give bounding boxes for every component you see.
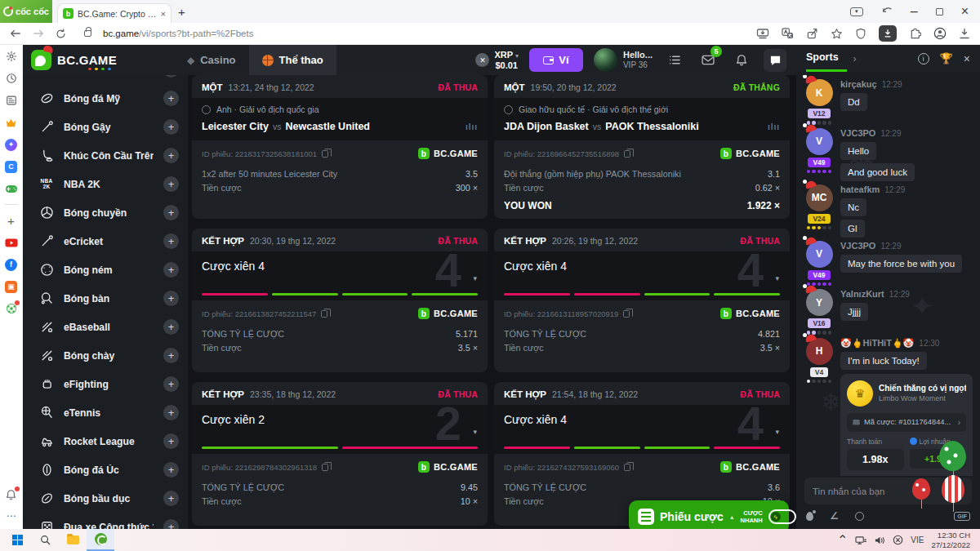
- expand-plus-button[interactable]: +: [163, 75, 179, 78]
- copy-icon[interactable]: [624, 464, 630, 471]
- user-avatar[interactable]: [594, 48, 617, 72]
- currency-selector[interactable]: ✕ XRP ▾ $0.01: [475, 50, 519, 70]
- tab-close-icon[interactable]: ×: [161, 9, 166, 19]
- sidebar-item-ebaseball[interactable]: eBaseball+: [23, 313, 188, 341]
- expand-plus-button[interactable]: +: [163, 233, 179, 249]
- sidebar-item-etennis[interactable]: eTennis+: [23, 398, 188, 427]
- expand-plus-button[interactable]: +: [163, 376, 179, 392]
- downloads-icon[interactable]: [959, 28, 970, 39]
- expand-plus-button[interactable]: +: [163, 348, 179, 363]
- forward-icon[interactable]: [33, 29, 44, 38]
- sidebar-item-bong-a-uc[interactable]: Bóng đá Úc+: [23, 455, 188, 484]
- betslip-button[interactable]: Phiếu cược ▲ CƯỢC NHANH ϟ: [629, 500, 789, 529]
- expand-plus-button[interactable]: +: [163, 262, 179, 278]
- youtube-icon[interactable]: [5, 236, 18, 249]
- sidebar-item-bong-gay[interactable]: Bóng Gậy+: [23, 113, 188, 141]
- volume-icon[interactable]: [874, 535, 885, 545]
- bcgame-logo[interactable]: BC.GAME: [31, 50, 117, 70]
- copy-icon[interactable]: [623, 310, 630, 318]
- match-teams[interactable]: JDA Dijon BasketvsPAOK Thessalonikiılıı: [504, 121, 780, 132]
- chat-username[interactable]: kirçakuç: [840, 79, 877, 90]
- chat-rules-icon[interactable]: ∠: [830, 510, 839, 522]
- expand-plus-button[interactable]: +: [163, 319, 179, 335]
- translate-icon[interactable]: [782, 28, 794, 39]
- download-active-icon[interactable]: [879, 25, 897, 42]
- expand-plus-button[interactable]: +: [163, 91, 179, 106]
- chat-avatar[interactable]: K: [806, 79, 833, 106]
- copy-icon[interactable]: [322, 464, 328, 471]
- sidebar-item-rocket-league[interactable]: Rocket League+: [23, 427, 188, 455]
- secure-lock-icon[interactable]: [84, 30, 91, 37]
- match-teams[interactable]: Leicester CityvsNewcastle Unitedılıı: [202, 121, 478, 132]
- facebook-icon[interactable]: f: [5, 258, 18, 271]
- chat-username[interactable]: hateafkm: [840, 184, 880, 195]
- newsfeed-icon[interactable]: [5, 94, 18, 107]
- reload-icon[interactable]: [56, 29, 66, 39]
- copy-icon[interactable]: [322, 150, 328, 158]
- chat-avatar[interactable]: V: [806, 128, 833, 155]
- chat-avatar[interactable]: Y: [806, 289, 833, 316]
- copy-icon[interactable]: [321, 310, 327, 318]
- minimize-button[interactable]: –: [911, 4, 918, 19]
- copy-icon[interactable]: [624, 150, 630, 158]
- gif-icon[interactable]: GIF: [954, 512, 970, 521]
- tray-expand-icon[interactable]: ⌃: [837, 532, 848, 548]
- bet-list-icon[interactable]: [663, 49, 686, 72]
- browser-tab[interactable]: b BC.Game: Crypto Casino Gam ×: [57, 3, 172, 23]
- rain-icon[interactable]: [806, 512, 813, 521]
- settings-gear-icon[interactable]: [5, 50, 18, 63]
- chat-username[interactable]: YalnızKurt: [840, 289, 884, 300]
- profile-icon[interactable]: [933, 27, 947, 40]
- coccoc-brand[interactable]: cốc cốc: [0, 0, 52, 23]
- expand-plus-button[interactable]: +: [163, 433, 179, 449]
- rewards-crown-icon[interactable]: [5, 116, 18, 129]
- browser-arrow-icon[interactable]: [881, 7, 893, 16]
- expand-plus-button[interactable]: +: [163, 176, 179, 192]
- expand-chevron-icon[interactable]: ▾: [473, 428, 477, 436]
- taskbar-search-icon[interactable]: [31, 529, 59, 551]
- sidebar-item-bong-ban[interactable]: Bóng bàn+: [23, 284, 188, 313]
- games-icon[interactable]: [5, 182, 18, 195]
- nav-casino[interactable]: ◆ Casino: [174, 45, 249, 75]
- expand-plus-button[interactable]: +: [163, 462, 179, 478]
- sidebar-item-partial[interactable]: +: [23, 75, 188, 84]
- history-icon[interactable]: [5, 72, 18, 85]
- new-tab-button[interactable]: +: [178, 5, 185, 19]
- maximize-button[interactable]: [936, 8, 943, 16]
- sidebar-item-khuc-con-cau-tren-bang[interactable]: Khúc Côn Cầu Trên Băng+: [23, 141, 188, 170]
- network-icon[interactable]: [855, 535, 866, 545]
- chat-close-icon[interactable]: ×: [964, 52, 970, 65]
- chat-info-icon[interactable]: i: [918, 53, 929, 64]
- mail-icon[interactable]: 5: [697, 49, 719, 72]
- more-icon[interactable]: ⋯: [5, 509, 18, 522]
- eject-device-icon[interactable]: [893, 535, 903, 545]
- expand-plus-button[interactable]: +: [163, 519, 179, 529]
- sidebar-item-bong-chay[interactable]: Bóng chày+: [23, 341, 188, 370]
- messenger-icon[interactable]: ✦: [5, 138, 18, 151]
- chat-tab-sports[interactable]: Sports: [806, 45, 847, 72]
- back-icon[interactable]: [10, 29, 21, 38]
- expand-chevron-icon[interactable]: ▾: [775, 428, 779, 436]
- sidebar-item-ecricket[interactable]: eCricket+: [23, 227, 188, 256]
- chat-username[interactable]: VJC3PO: [840, 241, 875, 251]
- shield-icon[interactable]: [855, 28, 866, 40]
- stats-icon[interactable]: ılıı: [768, 122, 780, 131]
- add-shortcut-icon[interactable]: +: [5, 214, 18, 227]
- expand-plus-button[interactable]: +: [163, 119, 179, 135]
- sidebar-item-bong-a-my[interactable]: Bóng đá Mỹ+: [23, 84, 188, 113]
- save-page-icon[interactable]: [756, 28, 769, 39]
- chat-trophy-icon[interactable]: 🏆: [940, 52, 953, 64]
- taskbar-clock[interactable]: 12:30 CH 27/12/2022: [931, 531, 970, 550]
- chat-username[interactable]: VJC3PO: [840, 128, 875, 139]
- expand-plus-button[interactable]: +: [163, 405, 179, 420]
- quick-bet-toggle[interactable]: ϟ: [768, 509, 796, 524]
- chat-avatar[interactable]: H: [806, 338, 833, 365]
- deals-bag-icon[interactable]: ▣: [5, 280, 18, 293]
- extensions-icon[interactable]: [909, 28, 921, 40]
- coin-drop-icon[interactable]: [855, 512, 864, 521]
- win-bet-id-row[interactable]: Mã cược: #1011764844...›: [847, 413, 966, 432]
- sports-ball-icon[interactable]: [5, 302, 18, 315]
- sidebar-item-efighting[interactable]: eFighting+: [23, 370, 188, 398]
- chat-toggle-icon[interactable]: [764, 49, 786, 72]
- tab-search-icon[interactable]: ▾: [850, 7, 863, 16]
